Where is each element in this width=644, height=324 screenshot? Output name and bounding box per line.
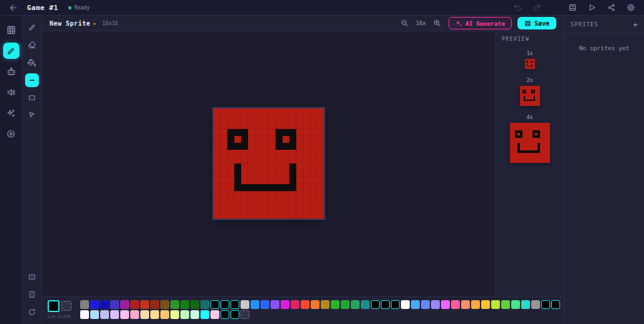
canvas-pixel[interactable]	[296, 122, 303, 129]
canvas-pixel[interactable]	[303, 177, 310, 184]
canvas-pixel[interactable]	[283, 136, 289, 143]
canvas-pixel[interactable]	[310, 136, 317, 143]
canvas-pixel[interactable]	[283, 177, 289, 184]
sidebar-item-bots[interactable]	[3, 63, 19, 80]
canvas-pixel[interactable]	[227, 115, 234, 122]
color-swatch[interactable]	[511, 300, 520, 309]
color-swatch[interactable]	[321, 300, 330, 309]
canvas-pixel[interactable]	[234, 212, 241, 219]
canvas-pixel[interactable]	[221, 143, 227, 150]
canvas-pixel[interactable]	[276, 136, 283, 143]
canvas-pixel[interactable]	[303, 122, 310, 129]
redo-button[interactable]	[531, 2, 543, 13]
canvas-pixel[interactable]	[317, 170, 324, 177]
canvas-pixel[interactable]	[227, 122, 234, 129]
canvas-pixel[interactable]	[241, 115, 248, 122]
canvas-pixel[interactable]	[283, 115, 289, 122]
canvas-pixel[interactable]	[262, 129, 269, 136]
color-swatch[interactable]	[541, 300, 550, 309]
canvas-pixel[interactable]	[317, 122, 324, 129]
canvas-pixel[interactable]	[234, 177, 241, 184]
canvas-pixel[interactable]	[241, 164, 248, 170]
canvas-pixel[interactable]	[289, 108, 296, 115]
canvas-pixel[interactable]	[310, 184, 317, 191]
canvas-pixel[interactable]	[269, 136, 276, 143]
zoom-out-button[interactable]	[399, 18, 410, 29]
canvas-pixel[interactable]	[303, 170, 310, 177]
canvas-pixel[interactable]	[296, 150, 303, 157]
color-swatch[interactable]	[331, 300, 340, 309]
canvas-pixel[interactable]	[296, 212, 303, 219]
color-swatch[interactable]	[120, 300, 129, 309]
canvas-pixel[interactable]	[214, 164, 221, 170]
canvas-pixel[interactable]	[303, 129, 310, 136]
canvas-pixel[interactable]	[269, 198, 276, 205]
color-swatch[interactable]	[461, 300, 470, 309]
canvas-pixel[interactable]	[248, 157, 255, 164]
canvas-pixel[interactable]	[221, 150, 227, 157]
tool-line[interactable]	[25, 73, 39, 87]
canvas-pixel[interactable]	[283, 143, 289, 150]
canvas-pixel[interactable]	[276, 177, 283, 184]
canvas-pixel[interactable]	[283, 184, 289, 191]
canvas-pixel[interactable]	[269, 129, 276, 136]
canvas-pixel[interactable]	[303, 157, 310, 164]
canvas-pixel[interactable]	[310, 212, 317, 219]
canvas-pixel[interactable]	[303, 136, 310, 143]
canvas-pixel[interactable]	[283, 170, 289, 177]
secondary-color-swatch[interactable]	[61, 301, 71, 311]
undo-button[interactable]	[512, 2, 523, 13]
color-swatch[interactable]	[100, 310, 109, 319]
canvas-pixel[interactable]	[317, 150, 324, 157]
color-swatch[interactable]	[221, 300, 229, 309]
color-swatch[interactable]	[361, 300, 370, 309]
canvas-pixel[interactable]	[234, 205, 241, 212]
color-swatch[interactable]	[210, 300, 219, 309]
color-swatch[interactable]	[481, 300, 490, 309]
canvas-pixel[interactable]	[241, 150, 248, 157]
canvas-pixel[interactable]	[269, 170, 276, 177]
canvas-pixel[interactable]	[262, 157, 269, 164]
canvas-pixel[interactable]	[214, 115, 221, 122]
sidebar-item-play[interactable]	[3, 125, 19, 142]
canvas-pixel[interactable]	[214, 177, 221, 184]
canvas-pixel[interactable]	[248, 212, 255, 219]
canvas-pixel[interactable]	[296, 170, 303, 177]
canvas-pixel[interactable]	[248, 205, 255, 212]
canvas-pixel[interactable]	[269, 177, 276, 184]
canvas-pixel[interactable]	[276, 184, 283, 191]
tool-pencil[interactable]	[25, 21, 39, 34]
canvas-pixel[interactable]	[289, 191, 296, 198]
canvas-pixel[interactable]	[303, 150, 310, 157]
canvas-pixel[interactable]	[310, 198, 317, 205]
canvas-pixel[interactable]	[283, 129, 289, 136]
canvas-pixel[interactable]	[269, 150, 276, 157]
canvas-pixel[interactable]	[283, 205, 289, 212]
canvas-pixel[interactable]	[303, 164, 310, 170]
color-swatch[interactable]	[110, 300, 119, 309]
canvas-pixel[interactable]	[227, 136, 234, 143]
canvas-pixel[interactable]	[262, 184, 269, 191]
canvas-pixel[interactable]	[227, 143, 234, 150]
canvas-pixel[interactable]	[262, 191, 269, 198]
rotate-button[interactable]	[25, 305, 39, 319]
canvas-pixel[interactable]	[214, 108, 221, 115]
canvas-pixel[interactable]	[234, 122, 241, 129]
canvas-pixel[interactable]	[255, 164, 262, 170]
canvas-pixel[interactable]	[296, 143, 303, 150]
canvas-pixel[interactable]	[310, 122, 317, 129]
canvas-pixel[interactable]	[310, 177, 317, 184]
canvas-pixel[interactable]	[317, 191, 324, 198]
canvas-pixel[interactable]	[276, 164, 283, 170]
color-swatch[interactable]	[261, 300, 269, 309]
canvas-pixel[interactable]	[234, 108, 241, 115]
canvas-pixel[interactable]	[227, 129, 234, 136]
canvas-pixel[interactable]	[255, 170, 262, 177]
canvas-pixel[interactable]	[283, 191, 289, 198]
canvas-pixel[interactable]	[241, 205, 248, 212]
canvas-pixel[interactable]	[255, 198, 262, 205]
color-swatch[interactable]	[80, 310, 89, 319]
canvas-pixel[interactable]	[296, 115, 303, 122]
canvas-pixel[interactable]	[269, 122, 276, 129]
canvas-pixel[interactable]	[296, 184, 303, 191]
